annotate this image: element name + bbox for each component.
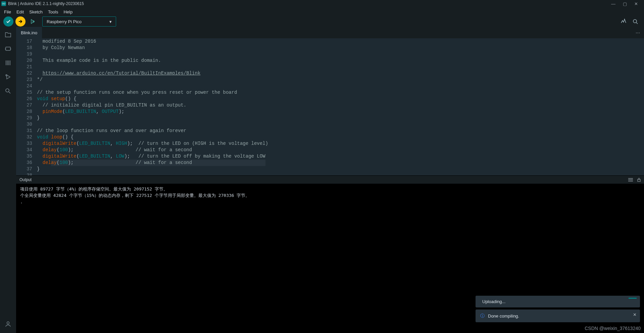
close-button[interactable]: ✕ [634,1,638,6]
debug-button[interactable] [28,16,38,27]
line-number: 30 [16,121,32,128]
menu-item-edit[interactable]: Edit [14,8,27,15]
output-lock-icon[interactable] [637,177,641,182]
line-number: 21 [16,64,32,70]
svg-point-1 [633,19,637,23]
close-icon[interactable]: ✕ [633,312,637,317]
code-line[interactable]: delay(100); // wait for a second [37,160,268,166]
line-number: 23 [16,77,32,83]
code-line[interactable]: by Colby Newman [37,45,268,51]
board-name: Raspberry Pi Pico [47,19,82,24]
code-line[interactable]: } [37,115,268,121]
serial-plotter-icon[interactable] [621,18,627,25]
library-manager-icon[interactable] [4,59,12,67]
output-title: Output [19,177,32,182]
search-icon[interactable] [4,87,12,95]
code-line[interactable]: delay(100); // wait for a second [37,147,268,153]
window-controls: — ▢ ✕ [611,1,643,6]
maximize-button[interactable]: ▢ [623,1,627,6]
code-line[interactable]: https://www.arduino.cc/en/Tutorial/Built… [37,70,268,77]
notifications: Uploading... ⓘ Done compiling. ✕ [476,296,640,322]
boards-manager-icon[interactable] [4,45,12,52]
line-number: 33 [16,140,32,147]
done-compiling-notification: ⓘ Done compiling. ✕ [476,309,640,322]
account-icon[interactable] [4,320,12,333]
watermark: CSDN @weixin_37613240 [585,326,641,331]
window-title: Blink | Arduino IDE 2.1.1-nightly-202306… [8,1,84,6]
code-line[interactable]: } [37,166,268,172]
code-line[interactable]: // the loop function runs over and over … [37,128,268,134]
code-line[interactable]: void setup() { [37,96,268,102]
debug-sidebar-icon[interactable] [4,73,12,81]
line-number: 35 [16,153,32,160]
line-number: 36 [16,160,32,166]
minimize-button[interactable]: — [611,1,615,6]
menubar: FileEditSketchToolsHelp [0,7,644,16]
code-line[interactable] [37,172,268,175]
titlebar: Blink | Arduino IDE 2.1.1-nightly-202306… [0,0,644,7]
chevron-down-icon: ▾ [109,19,112,24]
serial-monitor-icon[interactable] [632,18,639,25]
line-number: 18 [16,45,32,51]
line-number: 34 [16,147,32,153]
line-number: 38 [16,172,32,175]
upload-button[interactable] [15,16,26,27]
menu-item-file[interactable]: File [1,8,14,15]
line-number: 19 [16,51,32,57]
svg-point-0 [33,21,34,22]
uploading-notification: Uploading... [476,296,640,307]
verify-button[interactable] [3,16,13,27]
code-line[interactable]: pinMode(LED_BUILTIN, OUTPUT); [37,109,268,115]
svg-rect-6 [638,179,640,181]
line-number: 31 [16,128,32,134]
line-number: 29 [16,115,32,121]
explorer-icon[interactable] [4,31,12,38]
code-line[interactable]: This example code is in the public domai… [37,57,268,64]
editor-tabs: Blink.ino ⋯ [16,27,644,38]
line-number: 20 [16,57,32,64]
notification-text: Uploading... [482,299,505,304]
svg-point-3 [6,75,7,76]
code-line[interactable] [37,64,268,70]
file-tab-label: Blink.ino [21,30,37,35]
board-selector[interactable]: Raspberry Pi Pico ▾ [42,16,116,27]
menu-item-help[interactable]: Help [61,8,75,15]
arduino-logo-icon [1,1,6,6]
code-line[interactable]: // initialize digital pin LED_BUILTIN as… [37,102,268,109]
line-number: 37 [16,166,32,172]
tabs-more-icon[interactable]: ⋯ [632,27,644,38]
info-icon: ⓘ [480,313,485,319]
code-line[interactable] [37,83,268,89]
svg-point-4 [6,89,9,92]
activity-bar [0,27,16,333]
toolbar: Raspberry Pi Pico ▾ [0,16,644,27]
line-number: 24 [16,83,32,89]
code-line[interactable]: // the setup function runs once when you… [37,89,268,96]
code-line[interactable]: */ [37,77,268,83]
line-number: 25 [16,89,32,96]
code-line[interactable] [37,121,268,128]
file-tab[interactable]: Blink.ino [16,27,42,38]
line-number: 27 [16,102,32,109]
svg-point-5 [7,322,9,324]
menu-item-sketch[interactable]: Sketch [27,8,45,15]
line-number: 32 [16,134,32,140]
code-line[interactable]: modified 8 Sep 2016 [37,38,268,45]
output-toggle-icon[interactable] [628,177,633,182]
code-line[interactable]: digitalWrite(LED_BUILTIN, LOW); // turn … [37,153,268,160]
svg-rect-2 [6,47,10,50]
line-number: 26 [16,96,32,102]
line-number: 22 [16,70,32,77]
progress-accent [629,298,637,299]
code-line[interactable]: digitalWrite(LED_BUILTIN, HIGH); // turn… [37,140,268,147]
code-editor[interactable]: 1718192021222324252627282930313233343536… [16,38,644,175]
code-line[interactable] [37,51,268,57]
line-number: 28 [16,109,32,115]
line-number: 17 [16,38,32,45]
menu-item-tools[interactable]: Tools [45,8,61,15]
code-line[interactable]: void loop() { [37,134,268,140]
notification-text: Done compiling. [488,314,519,319]
